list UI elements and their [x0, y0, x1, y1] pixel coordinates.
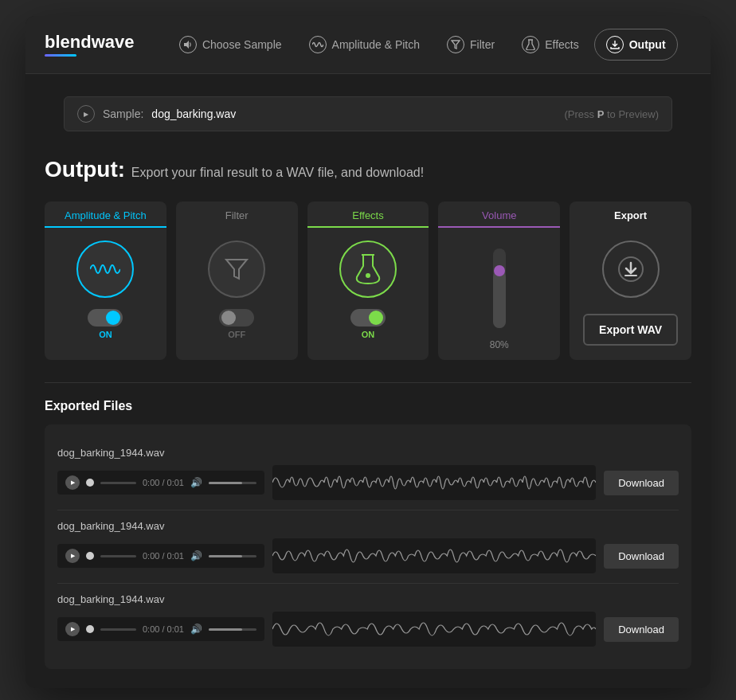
progress-dot-0	[86, 479, 94, 487]
volume-value: 80%	[490, 339, 509, 350]
volume-icon-0: 🔊	[190, 477, 202, 488]
nav-label-amplitude: Amplitude & Pitch	[332, 38, 421, 51]
filter-toggle-wrapper: OFF	[219, 309, 254, 339]
nav-label-output: Output	[629, 38, 666, 51]
nav-items: Choose Sample Amplitude & Pitch Fi	[154, 29, 691, 61]
file-play-button-2[interactable]: ▶	[65, 622, 80, 636]
file-name-0: dog_barking_1944.wav	[57, 447, 679, 459]
svg-marker-3	[226, 260, 247, 279]
volume-fill	[493, 271, 506, 328]
file-item-0: dog_barking_1944.wav ▶ 0:00 / 0:01 🔊	[57, 437, 679, 510]
volume-knob	[494, 265, 505, 276]
file-item-1: dog_barking_1944.wav ▶ 0:00 / 0:01 🔊	[57, 510, 679, 584]
file-play-button-1[interactable]: ▶	[65, 549, 80, 563]
logo-wrapper: blendwave	[45, 33, 135, 56]
logo-blend: blen	[45, 32, 80, 52]
svg-point-5	[366, 273, 370, 278]
progress-bar-2[interactable]	[100, 628, 136, 631]
speaker-icon	[179, 36, 197, 53]
download-button-1[interactable]: Download	[604, 544, 679, 569]
main-content: Output: Export your final result to a WA…	[25, 144, 711, 688]
card-body-effects: ON	[330, 228, 406, 360]
card-export: Export Export WAV	[570, 201, 691, 360]
nav-item-output[interactable]: Output	[594, 29, 678, 61]
logo-d: d	[80, 32, 91, 52]
progress-dot-1	[86, 552, 94, 560]
nav-item-effects[interactable]: Effects	[510, 29, 591, 61]
nav-label-effects: Effects	[545, 38, 579, 51]
progress-bar-0[interactable]	[100, 482, 136, 484]
card-volume: Volume 80%	[438, 201, 560, 360]
export-wav-button[interactable]: Export WAV	[583, 314, 678, 346]
card-body-export: Export WAV	[574, 228, 687, 360]
sample-bar-wrapper: ▶ Sample: dog_barking.wav (Press P to Pr…	[25, 74, 711, 131]
nav-item-choose-sample[interactable]: Choose Sample	[167, 29, 294, 61]
volume-bar-0[interactable]	[209, 482, 256, 484]
output-title: Output: Export your final result to a WA…	[45, 157, 691, 182]
export-icon-circle	[602, 241, 660, 298]
sample-bar-left: ▶ Sample: dog_barking.wav	[77, 105, 236, 123]
volume-bar-1[interactable]	[209, 555, 256, 557]
file-name-2: dog_barking_1944.wav	[57, 593, 679, 605]
volume-bar-fill-1	[209, 555, 242, 557]
files-list: dog_barking_1944.wav ▶ 0:00 / 0:01 🔊	[45, 424, 691, 669]
amplitude-toggle-wrapper: ON	[88, 309, 123, 339]
file-name-1: dog_barking_1944.wav	[57, 520, 679, 532]
download-button-2[interactable]: Download	[604, 617, 679, 642]
amplitude-toggle[interactable]	[88, 309, 123, 327]
volume-icon-2: 🔊	[190, 624, 202, 635]
sample-hint-text: (Press P to Preview)	[565, 108, 659, 120]
volume-icon-1: 🔊	[190, 550, 202, 561]
progress-bar-1[interactable]	[100, 555, 136, 557]
waveform-0	[272, 465, 596, 500]
filter-icon	[447, 36, 464, 53]
filter-icon-circle	[208, 241, 265, 298]
app-container: blendwave Choose Sample	[25, 16, 711, 688]
sample-bar: ▶ Sample: dog_barking.wav (Press P to Pr…	[64, 96, 672, 131]
amplitude-toggle-label: ON	[99, 330, 112, 339]
filter-toggle[interactable]	[219, 309, 254, 327]
audio-player-2: ▶ 0:00 / 0:01 🔊	[57, 617, 264, 641]
sample-hint: (Press P to Preview)	[565, 107, 659, 121]
card-body-volume: 80%	[480, 228, 519, 360]
time-display-1: 0:00 / 0:01	[143, 551, 184, 561]
svg-marker-0	[184, 41, 189, 49]
logo: blendwave	[45, 33, 135, 56]
logo-wave-text: wave	[92, 32, 135, 52]
nav-item-filter[interactable]: Filter	[435, 29, 507, 61]
file-play-button-0[interactable]: ▶	[65, 475, 80, 490]
file-controls-1: ▶ 0:00 / 0:01 🔊	[57, 538, 679, 573]
download-button-0[interactable]: Download	[604, 471, 679, 495]
sample-play-button[interactable]: ▶	[77, 105, 95, 123]
effects-toggle[interactable]	[350, 309, 386, 327]
svg-marker-1	[452, 41, 460, 49]
nav-item-amplitude[interactable]: Amplitude & Pitch	[297, 29, 433, 61]
logo-text: blendwave	[45, 33, 135, 52]
card-amplitude: Amplitude & Pitch ON	[45, 201, 166, 360]
time-display-0: 0:00 / 0:01	[143, 478, 184, 487]
export-icon	[606, 36, 624, 53]
card-header-volume: Volume	[438, 201, 560, 228]
exported-files-section: Exported Files dog_barking_1944.wav ▶ 0:…	[45, 382, 691, 669]
card-body-amplitude: ON	[67, 228, 143, 360]
sample-filename: dog_barking.wav	[151, 108, 236, 120]
amplitude-icon-circle	[76, 241, 134, 298]
card-body-filter: OFF	[198, 228, 275, 360]
file-controls-0: ▶ 0:00 / 0:01 🔊	[57, 465, 679, 500]
audio-player-1: ▶ 0:00 / 0:01 🔊	[57, 544, 264, 568]
output-subtitle: Export your final result to a WAV file, …	[131, 166, 424, 179]
time-display-2: 0:00 / 0:01	[143, 624, 184, 634]
file-controls-2: ▶ 0:00 / 0:01 🔊	[57, 612, 679, 647]
card-effects: Effects ON	[307, 201, 429, 360]
card-header-filter: Filter	[176, 201, 298, 228]
filter-toggle-knob	[221, 311, 236, 325]
sample-hint-key: P	[597, 108, 605, 120]
audio-player-0: ▶ 0:00 / 0:01 🔊	[57, 471, 264, 495]
logo-underline	[45, 54, 76, 57]
sample-label: Sample:	[103, 108, 143, 120]
volume-track[interactable]	[493, 248, 506, 328]
card-header-export: Export	[570, 201, 691, 228]
effects-toggle-knob	[369, 311, 383, 325]
volume-bar-2[interactable]	[209, 628, 256, 631]
progress-dot-2	[86, 625, 94, 633]
